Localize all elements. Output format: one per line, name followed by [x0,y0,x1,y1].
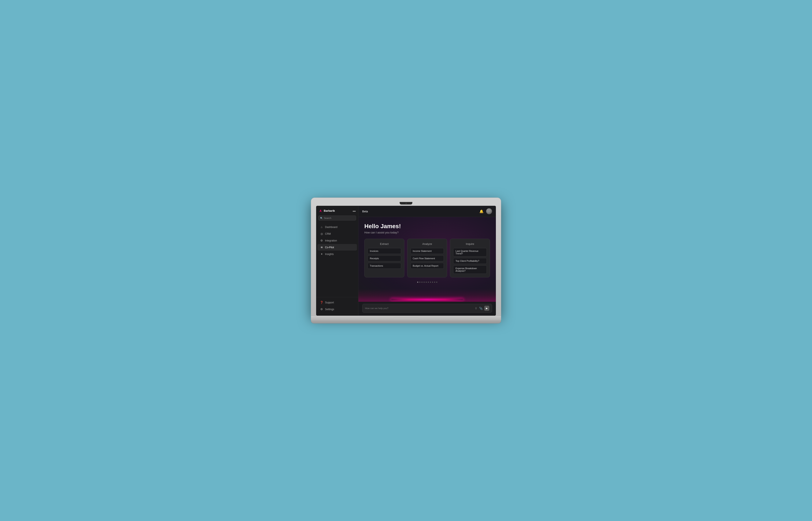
sidebar-item-label: Dashboard [325,226,338,229]
support-icon: ❓ [320,301,323,304]
crm-icon: ◎ [320,232,323,235]
laptop-body: Barbarik ▬ 🔍 Search ⌂ Dashboard ◎ CRM [311,198,501,316]
laptop-foot [311,320,501,323]
nav-items: ⌂ Dashboard ◎ CRM ⚙ Integration ≋ Co-Pil… [316,223,358,297]
dashboard-icon: ⌂ [320,225,323,229]
dot-9 [434,281,435,283]
beta-badge: Beta [362,210,368,213]
extract-card-title: Extract [367,242,401,246]
dot-5 [426,281,427,283]
screen: Barbarik ▬ 🔍 Search ⌂ Dashboard ◎ CRM [316,206,496,316]
sidebar-bottom: ❓ Support ⚙ Settings [316,297,358,316]
dot-10 [436,281,437,283]
sidebar-item-dashboard[interactable]: ⌂ Dashboard [317,224,357,230]
extract-invoices-button[interactable]: Invoices [367,248,401,254]
sidebar-item-copilot[interactable]: ≋ Co-Pilot [317,244,357,251]
microphone-icon[interactable]: 🎙 [475,307,477,310]
extract-transactions-button[interactable]: Transactions [367,263,401,269]
input-area: 🎙 📎 ▶ [358,302,496,316]
chat-area: Hello James! How can I assist you today?… [358,217,496,302]
input-box: 🎙 📎 ▶ [362,304,492,313]
camera-notch [400,202,412,205]
dot-2 [419,281,420,283]
analyze-cashflow-button[interactable]: Cash Flow Statement [410,255,444,261]
top-bar: Beta 🔔 [358,206,496,217]
greeting-subtitle: How can I assist you today? [364,231,490,234]
dot-3 [422,281,423,283]
glow-bar [358,289,496,302]
sidebar-header: Barbarik ▬ [316,206,358,214]
dot-4 [424,281,425,283]
extract-receipts-button[interactable]: Receipts [367,255,401,261]
chat-input[interactable] [365,307,473,310]
search-box[interactable]: 🔍 Search [318,216,356,221]
inquire-profitability-button[interactable]: Top Client Profitability? [453,258,487,264]
camera-dot [406,203,407,204]
brand: Barbarik [319,209,335,212]
search-label: Search [324,217,332,219]
analyze-budget-button[interactable]: Budget vs. Actual Report [410,263,444,269]
integration-icon: ⚙ [320,239,323,242]
sidebar-item-integration[interactable]: ⚙ Integration [317,237,357,244]
dot-6 [428,281,429,283]
dot-8 [432,281,433,283]
pagination-dots [364,281,490,283]
brand-icon [319,209,322,212]
analyze-income-button[interactable]: Income Statement [410,248,444,254]
send-button[interactable]: ▶ [484,306,489,311]
sidebar-item-label: Integration [325,239,337,242]
hinge-strip [393,317,419,319]
inquire-expense-button[interactable]: Expense Breakdown Analysis? [453,265,487,274]
laptop-wrapper: Barbarik ▬ 🔍 Search ⌂ Dashboard ◎ CRM [311,198,501,323]
menu-icon[interactable]: ▬ [353,209,356,212]
main-content: Beta 🔔 Hello James! How can I assist you… [358,206,496,316]
copilot-icon: ≋ [320,246,323,249]
search-icon: 🔍 [320,217,323,219]
laptop-base [311,316,501,320]
greeting-title: Hello James! [364,223,490,230]
sidebar-item-crm[interactable]: ◎ CRM [317,230,357,237]
notification-icon[interactable]: 🔔 [479,209,484,213]
sidebar-item-label: Settings [325,308,334,311]
inquire-revenue-button[interactable]: Last Quarter Revenue Trend? [453,248,487,256]
sidebar-item-support[interactable]: ❓ Support [317,299,357,306]
avatar[interactable] [486,208,492,214]
sidebar-item-insights[interactable]: ✦ Insights [317,251,357,257]
settings-icon: ⚙ [320,308,323,311]
extract-card: Extract Invoices Receipts Transactions [364,239,404,277]
sidebar: Barbarik ▬ 🔍 Search ⌂ Dashboard ◎ CRM [316,206,358,316]
analyze-card: Analyze Income Statement Cash Flow State… [407,239,447,277]
inquire-card-title: Inquire [453,242,487,246]
sidebar-item-label: CRM [325,232,331,235]
avatar-image [486,208,492,214]
pink-accent-bar [391,299,463,300]
dot-7 [430,281,431,283]
sidebar-item-label: Insights [325,253,334,256]
chat-content: Hello James! How can I assist you today?… [358,217,496,289]
sidebar-item-label: Support [325,301,334,304]
attachment-icon[interactable]: 📎 [479,307,483,310]
top-bar-actions: 🔔 [479,208,492,214]
sidebar-item-label: Co-Pilot [325,246,334,249]
sidebar-item-settings[interactable]: ⚙ Settings [317,306,357,313]
brand-name: Barbarik [324,209,335,212]
dot-1 [417,281,418,283]
svg-marker-0 [320,209,322,212]
insights-icon: ✦ [320,252,323,256]
inquire-card: Inquire Last Quarter Revenue Trend? Top … [450,239,490,277]
cards-row: Extract Invoices Receipts Transactions A… [364,239,490,277]
analyze-card-title: Analyze [410,242,444,246]
